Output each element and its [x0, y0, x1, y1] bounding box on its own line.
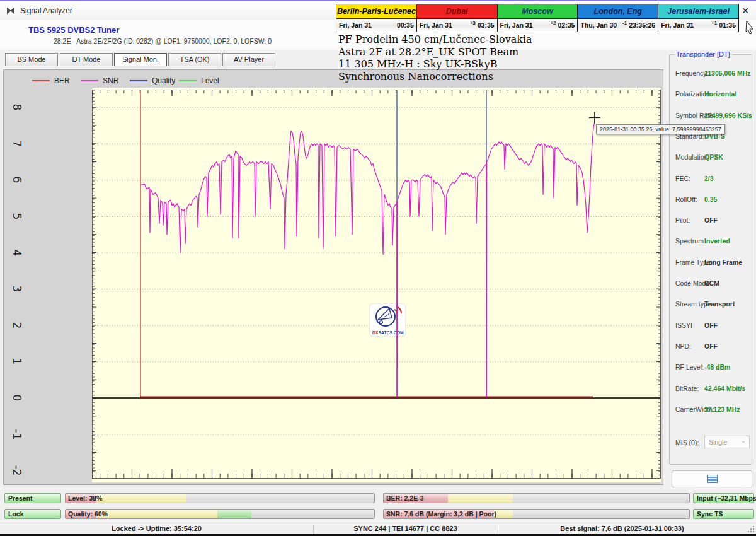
transponder-label-standard: Standard: [675, 132, 704, 140]
transponder-value-modulation: QPSK [704, 153, 723, 161]
svg-text:DXSATCS.COM: DXSATCS.COM [372, 330, 404, 335]
transponder-value-spectrum: Inverted [704, 237, 730, 245]
clock-city-label: London, Eng [578, 4, 658, 19]
gauge-label: SNR: 7,6 dB (Margin: 3,2 dB | Poor) [386, 510, 496, 519]
transponder-value-symbol-rate: 27499,696 KS/s [704, 112, 752, 119]
clock-time-row: Fri, Jan 31+101:35 [658, 19, 738, 32]
clock-date: Fri, Jan 31 [420, 21, 452, 29]
clock-city-label: Jerusalem-Israel [658, 4, 738, 19]
clock-date: Fri, Jan 31 [339, 21, 372, 29]
signal-analyzer-window: Signal Analyzer ✕ TBS 5925 DVBS2 Tuner 2… [0, 0, 756, 536]
sync-ts-indicator: Sync TS [693, 509, 754, 519]
transponder-value-npd: OFF [704, 342, 718, 350]
y-tick-label: 1 [11, 354, 23, 368]
statusbar-segment-0: Locked -> Uptime: 35:54:20 [0, 523, 313, 534]
clock-moscow: MoscowFri, Jan 31+202:35 [498, 4, 578, 32]
mis-select[interactable]: Single ⌄ [704, 436, 750, 448]
transponder-value-code-mode: CCM [704, 279, 719, 287]
gauge-label: Quality: 60% [68, 510, 108, 519]
legend-line-swatch [32, 80, 50, 81]
tab-signal-mon[interactable]: Signal Mon. [114, 53, 167, 66]
transponder-value-frame-type: Long Frame [704, 259, 742, 266]
clock-time-row: Fri, Jan 31+303:35 [417, 19, 497, 32]
transponder-label-fec: FEC: [675, 175, 690, 182]
app-icon [6, 6, 16, 16]
transponder-value-carrierwidth: 37,123 MHz [704, 405, 740, 413]
gauge-zone [96, 494, 186, 503]
clock-utc-offset: -1 [622, 20, 627, 26]
transponder-group-title: Transponder [DT] [674, 50, 732, 58]
statusbar-separator [313, 525, 314, 533]
y-tick-label: 8 [11, 100, 23, 114]
resize-grip[interactable] [747, 525, 755, 533]
signal-chart-panel: BERSNRQualityLevel 876543210-1-2 DXSATCS… [3, 69, 663, 485]
lock-indicator: Lock [4, 509, 61, 519]
clock-berlin-paris-lu-enec: Berlin-Paris-LučenecFri, Jan 3100:35 [336, 4, 417, 32]
world-clocks-panel: Berlin-Paris-LučenecFri, Jan 3100:35Duba… [336, 4, 739, 32]
clock-date: Thu, Jan 30 [580, 21, 617, 29]
transponder-label-pilot: Pilot: [675, 216, 690, 224]
tab-bs-mode[interactable]: BS Mode [5, 53, 58, 66]
quality-gauge: Quality: 60% [65, 509, 375, 519]
legend-item-level: Level [179, 74, 219, 84]
legend-item-snr: SNR [81, 74, 118, 84]
clock-dubai: DubaiFri, Jan 31+303:35 [417, 4, 498, 32]
clock-time-value: 01:35 [719, 21, 736, 29]
legend-label: Level [201, 76, 219, 85]
clock-time-row: Fri, Jan 3100:35 [336, 19, 416, 32]
transponder-value-stream-type: Transport [704, 300, 735, 308]
y-tick-label: 6 [11, 173, 23, 187]
mouse-cursor [744, 20, 755, 35]
ts-record-button[interactable] [672, 470, 752, 487]
window-title: Signal Analyzer [20, 6, 72, 15]
legend-line-swatch [81, 80, 98, 81]
dxsatcs-logo: DXSATCS.COM [370, 303, 406, 337]
mis-label: MIS (0): [675, 439, 699, 446]
tab-dt-mode[interactable]: DT Mode [60, 53, 113, 66]
status-bar: Locked -> Uptime: 35:54:20SYNC 244 | TEI… [0, 523, 756, 534]
y-tick-label: 3 [11, 282, 23, 296]
legend-label: Quality [152, 76, 175, 85]
close-button[interactable]: ✕ [737, 4, 753, 18]
transponder-value-standard: DVB-S [704, 132, 725, 140]
legend-line-swatch [130, 80, 147, 81]
transponder-value-rolloff: 0.35 [704, 195, 717, 203]
input-bitrate-indicator: Input (~32,31 Mbps) [693, 493, 754, 503]
clock-city-label: Dubai [417, 4, 497, 19]
tuner-details: 28.2E - Astra 2E/2F/2G (ID: 0282) @ LOF1… [54, 37, 272, 45]
transponder-label-bitrate: BitRate: [675, 385, 699, 392]
tab-tsa-ok[interactable]: TSA (OK) [168, 53, 221, 66]
mis-selected-value: Single [709, 438, 727, 446]
snr-gauge: SNR: 7,6 dB (Margin: 3,2 dB | Poor) [383, 509, 690, 519]
y-tick-label: -1 [11, 428, 23, 441]
clock-utc-offset: +1 [711, 20, 717, 26]
statusbar-segment-1: SYNC 244 | TEI 14677 | CC 8823 [313, 523, 498, 534]
clock-utc-offset: +2 [550, 20, 556, 26]
ber-gauge: BER: 2,2E-3 [383, 493, 690, 503]
clock-time-value: 23:35:26 [629, 21, 655, 29]
transponder-value-bitrate: 42,464 Mbit/s [704, 385, 745, 392]
transponder-value-issyi: OFF [704, 322, 718, 329]
clock-utc-offset: +3 [470, 20, 476, 26]
chevron-down-icon: ⌄ [741, 435, 746, 446]
tab-av-player[interactable]: AV Player [222, 53, 275, 66]
transponder-label-spectrum: Spectrum: [675, 237, 706, 245]
gauge-label: BER: 2,2E-3 [386, 494, 424, 503]
signal-plot[interactable]: DXSATCS.COM [92, 88, 661, 482]
gauge-zone [96, 510, 217, 518]
transponder-value-rf-level: -48 dBm [704, 363, 730, 371]
clock-time-row: Thu, Jan 30-123:35:26 [578, 19, 658, 32]
transponder-label-issyi: ISSYI [675, 322, 692, 329]
y-tick-label: 2 [11, 318, 23, 332]
ts-stripes-icon [707, 475, 718, 483]
transponder-value-fec: 2/3 [704, 175, 714, 182]
y-tick-label: 4 [11, 246, 23, 260]
transponder-value-frequency: 11305,006 MHz [704, 69, 751, 77]
mode-tabs-bar: BS ModeDT ModeSignal Mon.TSA (OK)AV Play… [0, 50, 756, 69]
clock-city-label: Berlin-Paris-Lučenec [336, 4, 416, 19]
legend-item-ber: BER [32, 74, 70, 84]
transponder-label-npd: NPD: [675, 342, 691, 350]
gauge-zone [448, 494, 512, 503]
clock-time-value: 00:35 [397, 21, 414, 29]
transponder-label-rolloff: RollOff: [675, 195, 697, 203]
